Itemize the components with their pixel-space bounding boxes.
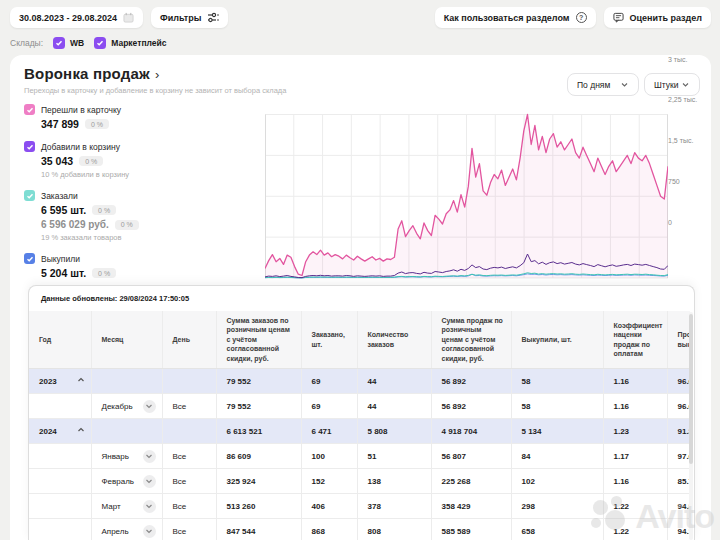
table-cell: 6 613 521 <box>216 419 301 444</box>
metric-checkbox[interactable] <box>24 190 35 201</box>
month-cell <box>91 419 162 444</box>
table-cell: 1.23 <box>603 419 667 444</box>
table-scrollbar-thumb[interactable] <box>689 314 693 464</box>
line-chart-svg <box>265 107 668 283</box>
section-title-row[interactable]: Воронка продаж › <box>24 65 159 82</box>
table-header-cell: Выкупили, шт. <box>511 311 603 369</box>
year-cell <box>29 494 91 519</box>
table-cell: 808 <box>357 519 431 540</box>
day-cell <box>162 419 216 444</box>
month-cell: Март <box>91 494 162 519</box>
table-row-month: ЯнварьВсе86 6091005156 807841.1797.67 <box>29 444 690 469</box>
warehouse-checkbox-marketplace[interactable]: Маркетплейс <box>94 37 166 49</box>
warehouse-checkbox-wb[interactable]: WB <box>53 37 84 49</box>
date-range-value: 30.08.2023 - 29.08.2024 <box>19 13 117 23</box>
metric-checkbox[interactable] <box>24 253 35 264</box>
month-cell <box>91 369 162 394</box>
table-row-month: ФевральВсе325 924152138225 2681021.1685.… <box>29 469 690 494</box>
metric-value: 347 899 <box>41 118 79 130</box>
chevron-down-icon <box>145 452 153 460</box>
day-cell: Все <box>162 394 216 419</box>
y-axis-tick-label: 3 тыс. <box>668 56 688 63</box>
details-table-scroll-area[interactable]: ГодМесяцДеньСумма заказов по розничным ц… <box>29 311 690 540</box>
month-dropdown-toggle[interactable] <box>143 475 156 488</box>
table-cell: 138 <box>357 469 431 494</box>
chevron-right-icon: › <box>155 67 159 82</box>
table-cell: 378 <box>357 494 431 519</box>
table-header-cell: Сумма продаж по розничным ценам с учётом… <box>431 311 511 369</box>
section-subtitle: Переходы в карточку и добавление в корзи… <box>24 86 286 95</box>
table-cell: 69 <box>301 369 357 394</box>
table-cell: 86 609 <box>216 444 301 469</box>
day-cell: Все <box>162 519 216 540</box>
month-cell: Январь <box>91 444 162 469</box>
day-cell <box>162 369 216 394</box>
year-cell <box>29 394 91 419</box>
funnel-line-chart[interactable] <box>265 107 668 283</box>
table-cell: 100 <box>301 444 357 469</box>
collapse-year-toggle[interactable] <box>77 426 85 436</box>
period-select[interactable]: По дням <box>567 73 639 96</box>
chevron-up-icon <box>77 426 85 434</box>
table-header-cell: Месяц <box>91 311 162 369</box>
table-header: ГодМесяцДеньСумма заказов по розничным ц… <box>29 311 690 369</box>
details-table-card: Данные обновлены: 29/08/2024 17:50:05 Го… <box>28 285 695 540</box>
table-cell: 58 <box>511 394 603 419</box>
table-cell: 84 <box>511 444 603 469</box>
table-header-cell: Сумма заказов по розничным ценам с учёто… <box>216 311 301 369</box>
warehouses-label: Склады: <box>10 38 43 48</box>
metric-change-badge: 0 % <box>79 156 103 166</box>
month-dropdown-toggle[interactable] <box>143 500 156 513</box>
collapse-year-toggle[interactable] <box>77 376 85 386</box>
warehouses-filter-row: Склады: WB Маркетплейс <box>10 37 167 49</box>
metric-change-badge: 0 % <box>85 119 109 129</box>
metric-value: 5 204 шт. <box>41 267 86 279</box>
month-dropdown-toggle[interactable] <box>143 400 156 413</box>
table-header-cell: Заказано, шт. <box>301 311 357 369</box>
details-table: ГодМесяцДеньСумма заказов по розничным ц… <box>29 311 690 540</box>
table-cell: 58 <box>511 369 603 394</box>
feedback-bubble-icon <box>613 12 624 23</box>
table-cell: 152 <box>301 469 357 494</box>
table-cell: 5 134 <box>511 419 603 444</box>
page-title: Воронка продаж <box>24 65 150 82</box>
metric-note: 10 % добавили в корзину <box>41 170 259 179</box>
table-cell: 96.67 <box>667 394 690 419</box>
table-cell: 1.16 <box>603 369 667 394</box>
metric-value-rub: 6 596 029 руб. <box>41 219 109 230</box>
table-cell: 5 808 <box>357 419 431 444</box>
y-axis-tick-label: 750 <box>668 178 680 185</box>
table-header-cell: День <box>162 311 216 369</box>
rate-section-button[interactable]: Оценить раздел <box>604 7 711 28</box>
metric-value: 6 595 шт. <box>41 204 86 216</box>
table-row-month: АпрельВсе847 544868808585 5896581.2294.1… <box>29 519 690 540</box>
question-circle-icon: ? <box>576 12 587 23</box>
chevron-down-icon <box>145 477 153 485</box>
filters-label: Фильтры <box>160 13 201 23</box>
metric-card-ordered: Заказали 6 595 шт. 0 % 6 596 029 руб. 0 … <box>24 190 259 242</box>
date-range-picker[interactable]: 30.08.2023 - 29.08.2024 <box>10 7 143 28</box>
chevron-up-icon <box>77 376 85 384</box>
metric-label: Выкупили <box>41 254 80 264</box>
table-cell: 94.15 <box>667 519 690 540</box>
year-cell <box>29 444 91 469</box>
warehouse-marketplace-label: Маркетплейс <box>111 38 166 48</box>
month-cell: Апрель <box>91 519 162 540</box>
table-cell: 79 552 <box>216 394 301 419</box>
period-select-value: По дням <box>577 80 610 90</box>
metric-change-badge: 0 % <box>115 220 139 230</box>
month-dropdown-toggle[interactable] <box>143 450 156 463</box>
table-cell: 44 <box>357 369 431 394</box>
chevron-down-icon <box>145 402 153 410</box>
table-row-year: 202379 552694456 892581.1696.67 <box>29 369 690 394</box>
help-button[interactable]: Как пользоваться разделом ? <box>435 7 596 28</box>
metric-checkbox[interactable] <box>24 104 35 115</box>
chart-y-axis: 3 тыс.2,25 тыс.1,5 тыс.7500 <box>664 52 704 228</box>
month-dropdown-toggle[interactable] <box>143 525 156 538</box>
filters-button[interactable]: Фильтры <box>151 7 228 28</box>
metric-checkbox[interactable] <box>24 141 35 152</box>
table-cell: 51 <box>357 444 431 469</box>
day-cell: Все <box>162 494 216 519</box>
table-cell: 56 892 <box>431 394 511 419</box>
table-cell: 1.22 <box>603 519 667 540</box>
